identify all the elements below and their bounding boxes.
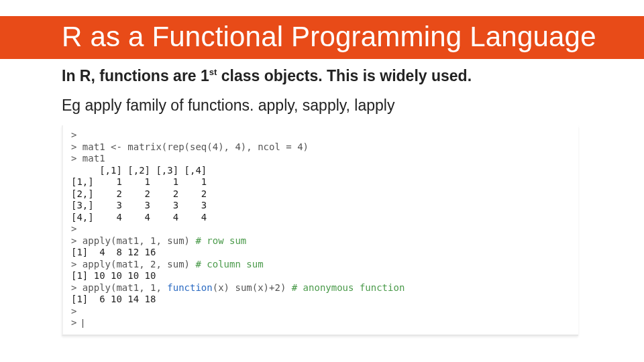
slide-title-bar: R as a Functional Programming Language [0,16,644,59]
slide-body: In R, functions are 1st class objects. T… [0,59,644,336]
code-panel: > > mat1 <- matrix(rep(seq(4), 4), ncol … [62,125,578,336]
slide-title: R as a Functional Programming Language [62,17,644,56]
subheading: In R, functions are 1st class objects. T… [62,67,604,85]
code-block: > > mat1 <- matrix(rep(seq(4), 4), ncol … [71,129,570,329]
subheading-text-end: class objects. This is widely used. [217,67,472,84]
subheading-super: st [209,67,217,77]
example-line: Eg apply family of functions. apply, sap… [62,95,604,116]
subheading-text-start: In R, functions are 1 [62,67,209,84]
